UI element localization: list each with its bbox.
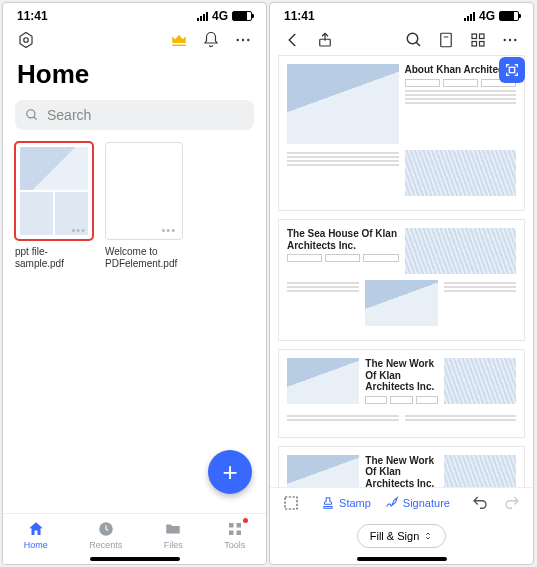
- home-indicator: [357, 557, 447, 561]
- file-thumbnail: •••: [15, 142, 93, 240]
- svg-marker-0: [20, 33, 32, 48]
- status-bar: 11:41 4G: [270, 3, 533, 25]
- doc-heading: The Sea House Of Klan Architects Inc.: [287, 228, 399, 251]
- home-screen: 11:41 4G Home Search ••• ppt file-sample…: [2, 2, 267, 565]
- doc-heading: The New Work Of Klan Architects Inc.: [365, 358, 437, 393]
- svg-point-3: [242, 39, 244, 41]
- stamp-icon: [321, 496, 335, 510]
- folder-icon: [164, 520, 182, 538]
- status-bar: 11:41 4G: [3, 3, 266, 25]
- svg-point-23: [514, 39, 516, 41]
- svg-line-14: [416, 42, 420, 46]
- crop-icon[interactable]: [282, 494, 300, 512]
- svg-point-1: [24, 38, 29, 43]
- bookmark-icon[interactable]: [437, 31, 455, 49]
- status-time: 11:41: [284, 9, 315, 23]
- settings-icon[interactable]: [17, 31, 35, 49]
- tab-tools[interactable]: Tools: [224, 520, 245, 550]
- file-item[interactable]: ••• ppt file-sample.pdf: [15, 142, 93, 270]
- signature-button[interactable]: Signature: [385, 496, 450, 510]
- home-indicator: [90, 557, 180, 561]
- svg-point-4: [247, 39, 249, 41]
- tab-recents[interactable]: Recents: [89, 520, 122, 550]
- document-page: The Sea House Of Klan Architects Inc.: [278, 219, 525, 341]
- bottom-toolbar: Stamp Signature: [270, 487, 533, 518]
- svg-point-13: [407, 33, 418, 44]
- svg-rect-10: [229, 531, 234, 536]
- svg-point-2: [237, 39, 239, 41]
- page-title: Home: [3, 55, 266, 100]
- file-more-icon[interactable]: •••: [161, 224, 176, 236]
- redo-icon[interactable]: [503, 494, 521, 512]
- file-name: Welcome to PDFelement.pdf: [105, 246, 183, 270]
- document-page: About Khan Architects: [278, 55, 525, 211]
- file-grid: ••• ppt file-sample.pdf ••• Welcome to P…: [3, 142, 266, 270]
- share-icon[interactable]: [316, 31, 334, 49]
- top-bar: [3, 25, 266, 55]
- mode-selector[interactable]: Fill & Sign: [357, 524, 447, 548]
- document-page: The New Work Of Klan Architects Inc.: [278, 446, 525, 488]
- stamp-button[interactable]: Stamp: [321, 496, 371, 510]
- viewer-screen: 11:41 4G About Khan Architects: [269, 2, 534, 565]
- svg-rect-17: [472, 34, 477, 39]
- svg-rect-8: [229, 523, 234, 528]
- svg-rect-18: [480, 34, 485, 39]
- svg-point-5: [27, 110, 35, 118]
- svg-rect-24: [509, 67, 514, 72]
- document-viewport[interactable]: About Khan Architects The Sea House Of K…: [270, 55, 533, 487]
- svg-point-21: [504, 39, 506, 41]
- file-thumbnail: •••: [105, 142, 183, 240]
- bell-icon[interactable]: [202, 31, 220, 49]
- grid-icon[interactable]: [469, 31, 487, 49]
- svg-rect-25: [285, 497, 297, 509]
- viewer-toolbar: [270, 25, 533, 55]
- back-icon[interactable]: [284, 31, 302, 49]
- crown-icon[interactable]: [170, 31, 188, 49]
- document-page: The New Work Of Klan Architects Inc.: [278, 349, 525, 438]
- search-placeholder: Search: [47, 107, 91, 123]
- svg-line-6: [34, 117, 37, 120]
- file-name: ppt file-sample.pdf: [15, 246, 93, 270]
- home-icon: [27, 520, 45, 538]
- undo-icon[interactable]: [471, 494, 489, 512]
- svg-point-22: [509, 39, 511, 41]
- clock-icon: [97, 520, 115, 538]
- add-button[interactable]: +: [208, 450, 252, 494]
- search-icon: [25, 108, 39, 122]
- updown-icon: [423, 531, 433, 541]
- scan-icon[interactable]: [499, 57, 525, 83]
- search-icon[interactable]: [405, 31, 423, 49]
- tab-home[interactable]: Home: [24, 520, 48, 550]
- svg-rect-15: [441, 33, 452, 47]
- network-label: 4G: [479, 9, 495, 23]
- search-input[interactable]: Search: [15, 100, 254, 130]
- tab-files[interactable]: Files: [164, 520, 183, 550]
- svg-rect-11: [236, 531, 241, 536]
- signal-icon: [197, 12, 208, 21]
- more-icon[interactable]: [234, 31, 252, 49]
- battery-icon: [232, 11, 252, 21]
- svg-rect-9: [236, 523, 241, 528]
- file-more-icon[interactable]: •••: [71, 224, 86, 236]
- signature-icon: [385, 496, 399, 510]
- svg-rect-19: [472, 42, 477, 47]
- battery-icon: [499, 11, 519, 21]
- doc-heading: The New Work Of Klan Architects Inc.: [365, 455, 437, 488]
- network-label: 4G: [212, 9, 228, 23]
- tools-icon: [226, 520, 244, 538]
- signal-icon: [464, 12, 475, 21]
- status-time: 11:41: [17, 9, 48, 23]
- file-item[interactable]: ••• Welcome to PDFelement.pdf: [105, 142, 183, 270]
- svg-rect-20: [480, 42, 485, 47]
- more-icon[interactable]: [501, 31, 519, 49]
